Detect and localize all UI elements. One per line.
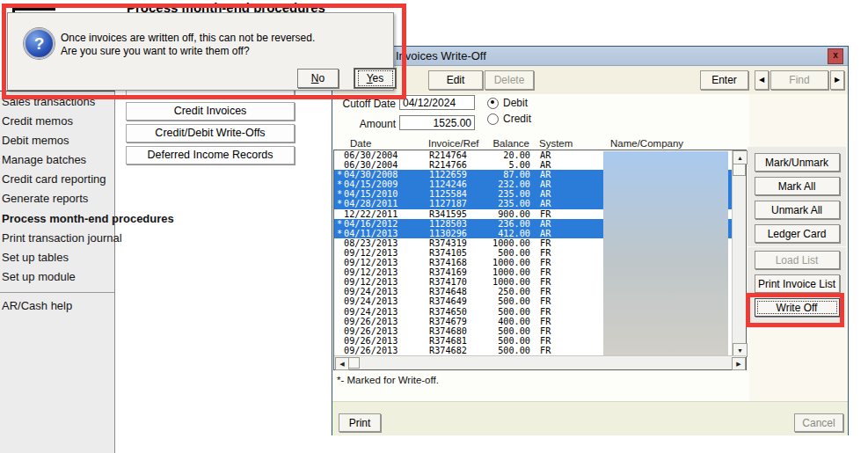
system-cell: AR: [540, 179, 551, 189]
date-cell: 04/30/2008: [344, 170, 398, 179]
window-title: Invoices Write-Off: [396, 49, 486, 62]
date-cell: 09/26/2013: [344, 326, 398, 336]
question-icon: ?: [24, 28, 55, 59]
screen: Process month-end procedures Sales trans…: [0, 0, 868, 453]
sidebar-item-set-up-tables[interactable]: Set up tables: [0, 248, 114, 267]
column-header-balance: Balance: [464, 138, 529, 149]
date-cell: 09/12/2013: [344, 248, 398, 258]
balance-cell: 235.00: [457, 199, 530, 208]
mark-unmark-button[interactable]: Mark/Unmark: [755, 153, 840, 172]
system-cell: FR: [540, 307, 551, 317]
balance-cell: 1000.00: [457, 277, 530, 287]
task-button-deferred-income-records[interactable]: Deferred Income Records: [126, 146, 295, 164]
edit-button[interactable]: Edit: [428, 70, 483, 90]
date-cell: 08/23/2013: [344, 238, 398, 248]
balance-cell: 500.00: [457, 307, 530, 317]
sidebar-item-generate-reports[interactable]: Generate reports: [0, 189, 114, 208]
name-company-redaction-overlay: [603, 151, 728, 355]
system-cell: FR: [540, 346, 551, 355]
window-titlebar[interactable]: Invoices Write-Off x: [332, 47, 848, 66]
credit-radio[interactable]: Credit: [487, 113, 531, 125]
sidebar-menu: Sales transactionsCredit memosDebit memo…: [0, 91, 115, 453]
write-off-button[interactable]: Write Off: [755, 298, 840, 317]
date-cell: 09/24/2013: [344, 307, 398, 317]
date-cell: 09/12/2013: [344, 258, 398, 267]
cutoff-date-label: Cutoff Date: [339, 98, 396, 110]
cancel-button[interactable]: Cancel: [794, 413, 843, 432]
close-icon[interactable]: x: [828, 48, 843, 64]
sidebar-item-credit-card-reporting[interactable]: Credit card reporting: [0, 170, 114, 189]
print-invoice-list-button[interactable]: Print Invoice List: [755, 274, 840, 293]
sidebar-item-set-up-module[interactable]: Set up module: [0, 267, 114, 287]
find-next-icon[interactable]: ▶: [830, 70, 844, 90]
amount-label: Amount: [339, 118, 396, 130]
horizontal-scrollbar[interactable]: ◀ ▶: [334, 355, 746, 369]
delete-button[interactable]: Delete: [485, 70, 534, 90]
scroll-left-icon[interactable]: ◀: [335, 357, 349, 370]
sidebar-item-manage-batches[interactable]: Manage batches: [0, 150, 114, 170]
system-cell: AR: [540, 160, 551, 170]
sidebar-item-ar-cash-help[interactable]: AR/Cash help: [0, 296, 114, 316]
balance-cell: 500.00: [457, 346, 530, 355]
radio-selected-icon[interactable]: [487, 98, 499, 109]
radio-unselected-icon[interactable]: [487, 113, 499, 125]
balance-cell: 20.00: [457, 150, 530, 160]
print-button[interactable]: Print: [339, 413, 381, 432]
balance-cell: 1000.00: [457, 267, 530, 277]
cutoff-date-input[interactable]: [399, 95, 475, 110]
dialog-message-line2: Are you sure you want to write them off?: [61, 45, 315, 58]
date-cell: 09/12/2013: [344, 267, 398, 277]
vertical-scrollbar[interactable]: ▲ ▼: [732, 150, 746, 355]
date-cell: 04/15/2010: [344, 189, 398, 199]
date-cell: 09/26/2013: [344, 317, 398, 326]
scroll-right-icon[interactable]: ▶: [732, 357, 746, 370]
invoices-writeoff-window: Invoices Write-Off x Enter Edit Delete ◀…: [332, 46, 849, 435]
system-cell: AR: [540, 199, 551, 208]
date-cell: 06/30/2004: [344, 160, 398, 170]
date-cell: 09/12/2013: [344, 277, 398, 287]
system-cell: FR: [540, 277, 551, 287]
horizontal-scrollbar-thumb[interactable]: [348, 357, 360, 369]
task-button-credit-invoices[interactable]: Credit Invoices: [126, 102, 295, 121]
load-list-button[interactable]: Load List: [755, 251, 840, 269]
ledger-card-button[interactable]: Ledger Card: [755, 224, 840, 243]
system-cell: FR: [540, 326, 551, 336]
sidebar-item-credit-memos[interactable]: Credit memos: [0, 112, 114, 131]
sidebar-item-process-month-end-procedures[interactable]: Process month-end procedures: [0, 208, 114, 229]
balance-cell: 1000.00: [457, 238, 530, 248]
vertical-scrollbar-thumb[interactable]: [733, 164, 746, 176]
unmark-all-button[interactable]: Unmark All: [755, 201, 840, 219]
enter-button[interactable]: Enter: [700, 70, 748, 90]
system-cell: FR: [540, 287, 551, 296]
sidebar-item-print-transaction-journal[interactable]: Print transaction journal: [0, 229, 114, 248]
balance-cell: 900.00: [457, 209, 530, 219]
sidebar-item-sales-transactions[interactable]: Sales transactions: [0, 92, 114, 112]
no-button[interactable]: No: [297, 69, 339, 88]
sidebar-item-debit-memos[interactable]: Debit memos: [0, 131, 114, 150]
yes-button[interactable]: Yes: [354, 69, 396, 88]
credit-radio-label: Credit: [503, 113, 531, 125]
debit-radio[interactable]: Debit: [487, 97, 528, 109]
system-cell: FR: [540, 336, 551, 346]
debit-radio-label: Debit: [503, 97, 528, 109]
balance-cell: 412.00: [457, 229, 530, 238]
find-button[interactable]: Find: [770, 70, 828, 90]
find-previous-icon[interactable]: ◀: [755, 70, 769, 90]
date-cell: 04/28/2011: [344, 199, 398, 208]
date-cell: 09/24/2013: [344, 287, 398, 296]
date-cell: 09/26/2013: [344, 336, 398, 346]
mark-all-button[interactable]: Mark All: [755, 177, 840, 195]
balance-cell: 236.00: [457, 219, 530, 229]
scroll-up-icon[interactable]: ▲: [733, 150, 748, 164]
balance-cell: 1000.00: [457, 258, 530, 267]
amount-input[interactable]: [399, 115, 475, 130]
balance-cell: 232.00: [457, 179, 530, 189]
task-button-credit-debit-write-offs[interactable]: Credit/Debit Write-Offs: [126, 124, 295, 142]
date-cell: 06/30/2004: [344, 150, 398, 160]
balance-cell: 5.00: [457, 160, 530, 170]
system-cell: AR: [540, 189, 551, 199]
sidebar-divider: [0, 292, 114, 293]
writeoff-actions-panel: Load ListPrint Invoice ListWrite Off: [748, 247, 846, 328]
column-header-name-company: Name/Company: [610, 138, 683, 149]
dialog-message-line1: Once invoices are written off, this can …: [61, 32, 315, 45]
